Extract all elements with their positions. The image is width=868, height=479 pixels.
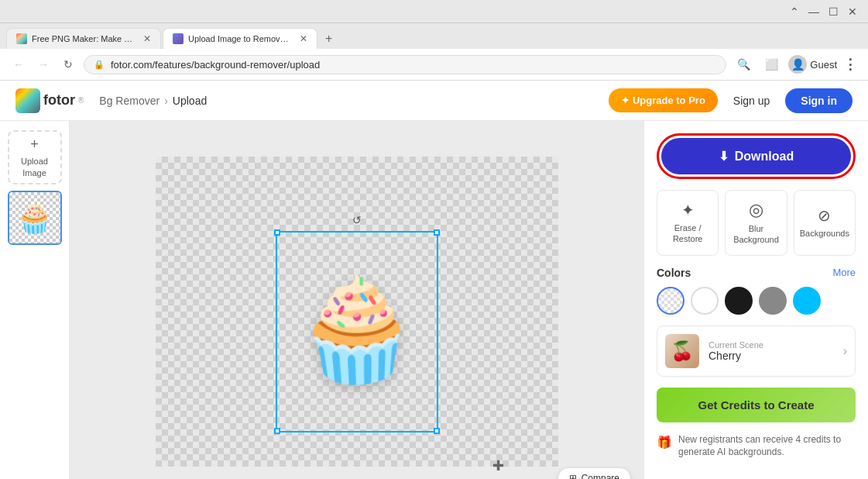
breadcrumb-separator: › bbox=[164, 95, 168, 107]
colors-section: Colors More bbox=[657, 267, 856, 315]
thumbnail-inner: 🧁 bbox=[9, 192, 60, 243]
thumbnail-preview: 🧁 bbox=[16, 201, 53, 235]
header-actions: ✦ Upgrade to Pro Sign up Sign in bbox=[609, 88, 853, 113]
user-account-button[interactable]: 👤 Guest bbox=[788, 55, 837, 74]
color-cyan[interactable] bbox=[793, 287, 821, 315]
scene-label: Current Scene bbox=[708, 340, 834, 350]
colors-title: Colors bbox=[657, 267, 691, 279]
color-gray[interactable] bbox=[759, 287, 787, 315]
colors-header: Colors More bbox=[657, 267, 856, 279]
gift-icon: 🎁 bbox=[657, 435, 672, 450]
tab-2-close[interactable]: ✕ bbox=[300, 33, 307, 44]
refresh-button[interactable]: ↻ bbox=[59, 55, 77, 74]
collapse-button[interactable]: ⌃ bbox=[785, 4, 804, 19]
backgrounds-button[interactable]: ⊘ Backgrounds bbox=[794, 190, 856, 256]
app-body: + UploadImage 🧁 🧁 ↺ ✚ ⊞ Com bbox=[0, 121, 868, 479]
tab-1-favicon bbox=[16, 33, 27, 44]
tab-bar: Free PNG Maker: Make Transpar... ✕ Uploa… bbox=[0, 23, 868, 49]
erase-icon: ✦ bbox=[681, 201, 695, 219]
download-icon: ⬇ bbox=[719, 149, 729, 164]
scene-arrow: › bbox=[843, 344, 847, 358]
maximize-button[interactable]: ☐ bbox=[824, 4, 843, 19]
tab-1-close[interactable]: ✕ bbox=[143, 33, 151, 44]
breadcrumb-current: Upload bbox=[173, 95, 207, 107]
tab-1-label: Free PNG Maker: Make Transpar... bbox=[32, 34, 136, 43]
tools-row: ✦ Erase /Restore ◎ BlurBackground ⊘ Back… bbox=[657, 190, 856, 256]
back-button[interactable]: ← bbox=[9, 55, 28, 74]
tab-2-label: Upload Image to Remove Backg... bbox=[188, 34, 292, 43]
search-browser-button[interactable]: 🔍 bbox=[732, 53, 754, 75]
upload-label: UploadImage bbox=[21, 156, 48, 178]
blur-label: BlurBackground bbox=[733, 223, 779, 246]
breadcrumb-root[interactable]: Bg Remover bbox=[99, 95, 160, 107]
right-panel: ⬇ Download ✦ Erase /Restore ◎ BlurBackgr… bbox=[643, 121, 868, 479]
upgrade-button[interactable]: ✦ Upgrade to Pro bbox=[609, 88, 718, 112]
logo-icon bbox=[15, 88, 40, 113]
scene-thumbnail: 🍒 bbox=[665, 334, 699, 368]
image-thumbnail[interactable]: 🧁 bbox=[8, 191, 62, 245]
signup-button[interactable]: Sign up bbox=[727, 90, 776, 112]
lock-icon: 🔒 bbox=[94, 60, 105, 70]
cupcake-image: 🧁 bbox=[294, 270, 420, 388]
canvas-area: 🧁 ↺ ✚ ⊞ Compare bbox=[70, 121, 643, 479]
move-cursor-icon: ✚ bbox=[492, 457, 504, 474]
blur-background-button[interactable]: ◎ BlurBackground bbox=[725, 190, 787, 256]
scene-card[interactable]: 🍒 Current Scene Cherry › bbox=[657, 326, 856, 377]
signin-button[interactable]: Sign in bbox=[785, 88, 853, 113]
download-button-container: ⬇ Download bbox=[657, 133, 856, 179]
upload-image-button[interactable]: + UploadImage bbox=[8, 130, 62, 184]
url-bar[interactable]: 🔒 fotor.com/features/background-remover/… bbox=[84, 55, 726, 74]
breadcrumb: Bg Remover › Upload bbox=[99, 95, 207, 107]
compare-icon: ⊞ bbox=[569, 473, 577, 479]
split-button[interactable]: ⬜ bbox=[760, 53, 782, 75]
scene-name: Cherry bbox=[708, 350, 834, 362]
get-credits-button[interactable]: Get Credits to Create bbox=[657, 388, 856, 422]
sidebar: + UploadImage 🧁 bbox=[0, 121, 70, 479]
download-button[interactable]: ⬇ Download bbox=[661, 138, 851, 174]
erase-restore-button[interactable]: ✦ Erase /Restore bbox=[657, 190, 719, 256]
download-label: Download bbox=[735, 150, 794, 164]
logo-sup: ® bbox=[78, 96, 84, 105]
backgrounds-label: Backgrounds bbox=[800, 228, 849, 239]
more-options-button[interactable]: ⋮ bbox=[843, 56, 859, 73]
color-black[interactable] bbox=[725, 287, 753, 315]
colors-more-link[interactable]: More bbox=[832, 267, 856, 278]
logo-text: fotor bbox=[43, 92, 75, 109]
tab-2-favicon bbox=[173, 33, 184, 44]
user-avatar: 👤 bbox=[788, 55, 807, 74]
erase-label: Erase /Restore bbox=[673, 222, 703, 245]
fotor-logo: fotor® bbox=[15, 88, 84, 113]
forward-button[interactable]: → bbox=[34, 55, 53, 74]
blur-icon: ◎ bbox=[749, 200, 763, 220]
compare-button[interactable]: ⊞ Compare bbox=[558, 467, 631, 479]
tab-1[interactable]: Free PNG Maker: Make Transpar... ✕ bbox=[6, 28, 161, 49]
colors-row bbox=[657, 287, 856, 315]
app-header: fotor® Bg Remover › Upload ✦ Upgrade to … bbox=[0, 81, 868, 121]
color-white[interactable] bbox=[691, 287, 719, 315]
user-label: Guest bbox=[810, 59, 837, 71]
tab-2[interactable]: Upload Image to Remove Backg... ✕ bbox=[163, 28, 317, 49]
scene-info: Current Scene Cherry bbox=[708, 340, 834, 362]
canvas-workspace[interactable]: 🧁 ↺ bbox=[156, 157, 558, 467]
credits-note-text: New registrants can receive 4 credits to… bbox=[678, 433, 856, 460]
compare-label: Compare bbox=[582, 473, 619, 479]
url-text: fotor.com/features/background-remover/up… bbox=[111, 59, 716, 71]
minimize-button[interactable]: — bbox=[804, 4, 824, 19]
browser-actions: 🔍 ⬜ 👤 Guest ⋮ bbox=[732, 53, 859, 75]
upload-plus-icon: + bbox=[30, 136, 39, 153]
credits-note: 🎁 New registrants can receive 4 credits … bbox=[657, 433, 856, 460]
browser-controls: ← → ↻ 🔒 fotor.com/features/background-re… bbox=[0, 49, 868, 81]
backgrounds-icon: ⊘ bbox=[818, 206, 831, 225]
new-tab-button[interactable]: + bbox=[319, 29, 338, 49]
color-transparent[interactable] bbox=[657, 287, 684, 315]
close-window-button[interactable]: ✕ bbox=[843, 4, 862, 19]
